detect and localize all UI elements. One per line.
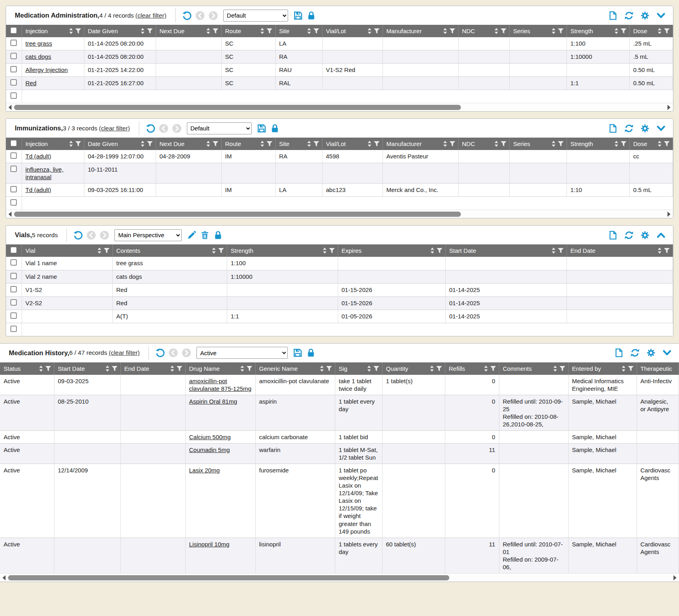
column-header-strength[interactable]: Strength [227, 244, 338, 257]
column-header-expires[interactable]: Expires [338, 244, 445, 257]
column-header-injection[interactable]: Injection [22, 138, 84, 150]
sort-icon[interactable] [260, 140, 265, 148]
filter-funnel-icon[interactable] [449, 140, 456, 147]
sort-icon[interactable] [551, 247, 556, 254]
next-page-icon[interactable] [182, 348, 191, 358]
row-checkbox[interactable] [6, 270, 22, 283]
sort-icon[interactable] [105, 365, 110, 372]
sort-icon[interactable] [38, 365, 44, 372]
row-checkbox[interactable] [6, 296, 22, 310]
sort-icon[interactable] [306, 140, 312, 148]
new-document-icon[interactable] [614, 348, 624, 358]
column-header-dose[interactable]: Dose [629, 138, 673, 150]
filter-funnel-icon[interactable] [373, 140, 380, 147]
filter-funnel-icon[interactable] [449, 28, 456, 34]
perspective-select[interactable]: Default [187, 122, 252, 134]
column-header-strength[interactable]: Strength [567, 138, 629, 150]
undo-icon[interactable] [73, 230, 83, 240]
filter-funnel-icon[interactable] [212, 28, 219, 34]
row-checkbox[interactable] [6, 50, 22, 64]
next-page-icon[interactable] [208, 11, 218, 20]
sort-icon[interactable] [306, 27, 312, 35]
filter-funnel-icon[interactable] [663, 140, 670, 147]
filter-funnel-icon[interactable] [313, 28, 320, 34]
filter-funnel-icon[interactable] [146, 28, 153, 34]
column-header-series[interactable]: Series [509, 25, 567, 37]
refresh-icon[interactable] [624, 11, 634, 20]
row-checkbox[interactable] [6, 37, 22, 50]
column-header-manufacturer[interactable]: Manufacturer [383, 25, 458, 37]
refresh-icon[interactable] [624, 124, 634, 133]
sort-icon[interactable] [657, 140, 662, 148]
column-header-vial[interactable]: Vial [22, 244, 112, 257]
column-header-date-given[interactable]: Date Given [84, 25, 156, 37]
clear-filter-link[interactable]: (clear filter) [135, 12, 166, 19]
sort-icon[interactable] [140, 27, 145, 35]
column-header-ndc[interactable]: NDC [458, 138, 509, 150]
sort-icon[interactable] [367, 140, 372, 148]
filter-funnel-icon[interactable] [500, 140, 507, 147]
sort-icon[interactable] [443, 27, 448, 35]
filter-funnel-icon[interactable] [557, 140, 564, 147]
lock-icon[interactable] [213, 230, 223, 240]
save-icon[interactable] [293, 348, 302, 358]
scroll-left-icon[interactable] [2, 575, 6, 581]
drug-name-link[interactable]: amoxicillin-pot clavulanate 875-125mg [189, 378, 252, 392]
undo-icon[interactable] [182, 11, 192, 20]
sort-icon[interactable] [494, 140, 499, 148]
drug-name-link[interactable]: Aspirin Oral 81mg [189, 398, 237, 405]
column-header-end-date[interactable]: End Date [567, 244, 673, 257]
horizontal-scrollbar[interactable] [6, 103, 673, 111]
filter-funnel-icon[interactable] [218, 247, 224, 254]
scrollbar-thumb[interactable] [8, 575, 449, 580]
column-header-ndc[interactable]: NDC [458, 25, 509, 37]
sort-icon[interactable] [68, 27, 74, 35]
column-header-status[interactable]: Status [0, 362, 54, 375]
column-header-manufacturer[interactable]: Manufacturer [383, 138, 458, 150]
sort-icon[interactable] [614, 140, 619, 148]
injection-link[interactable]: influenza, live, intranasal [26, 166, 64, 180]
column-header-next-due[interactable]: Next Due [156, 25, 221, 37]
filter-funnel-icon[interactable] [557, 28, 564, 34]
sort-icon[interactable] [614, 27, 619, 35]
lock-icon[interactable] [306, 11, 316, 20]
column-header-therapeutic[interactable]: Therapeutic [637, 362, 679, 375]
column-header-site[interactable]: Site [275, 138, 322, 150]
scroll-right-icon[interactable] [673, 575, 677, 581]
row-checkbox[interactable] [6, 163, 22, 184]
next-page-icon[interactable] [100, 230, 109, 240]
sort-icon[interactable] [494, 27, 499, 35]
sort-icon[interactable] [430, 247, 435, 254]
row-checkbox[interactable] [6, 90, 22, 103]
column-header-dose[interactable]: Dose [629, 25, 673, 37]
column-header-generic-name[interactable]: Generic Name [255, 362, 335, 375]
scrollbar-thumb[interactable] [14, 212, 461, 217]
trash-icon[interactable] [200, 230, 210, 240]
refresh-icon[interactable] [630, 348, 640, 358]
filter-funnel-icon[interactable] [266, 28, 273, 34]
filter-funnel-icon[interactable] [557, 247, 564, 254]
sort-icon[interactable] [483, 365, 489, 372]
column-header-date-given[interactable]: Date Given [84, 138, 156, 150]
collapse-chevron-down-icon[interactable] [656, 11, 666, 20]
injection-link[interactable]: cats dogs [26, 53, 51, 60]
prev-page-icon[interactable] [159, 124, 168, 133]
settings-gear-icon[interactable] [640, 124, 650, 133]
drug-name-link[interactable]: Coumadin 5mg [189, 446, 230, 453]
filter-funnel-icon[interactable] [75, 140, 82, 147]
injection-link[interactable]: Td (adult) [26, 186, 51, 193]
filter-funnel-icon[interactable] [663, 247, 670, 254]
column-header-contents[interactable]: Contents [112, 244, 227, 257]
select-all-checkbox[interactable] [6, 25, 22, 37]
prev-page-icon[interactable] [168, 348, 178, 358]
sort-icon[interactable] [140, 140, 145, 148]
filter-funnel-icon[interactable] [490, 365, 497, 372]
sort-icon[interactable] [367, 365, 372, 372]
injection-link[interactable]: Allergy Injection [26, 66, 68, 73]
new-document-icon[interactable] [608, 11, 618, 20]
horizontal-scrollbar[interactable] [0, 573, 679, 582]
sort-icon[interactable] [260, 27, 265, 35]
row-checkbox[interactable] [6, 77, 22, 90]
filter-funnel-icon[interactable] [176, 365, 183, 372]
column-header-vial-lot[interactable]: Vial/Lot [322, 25, 383, 37]
